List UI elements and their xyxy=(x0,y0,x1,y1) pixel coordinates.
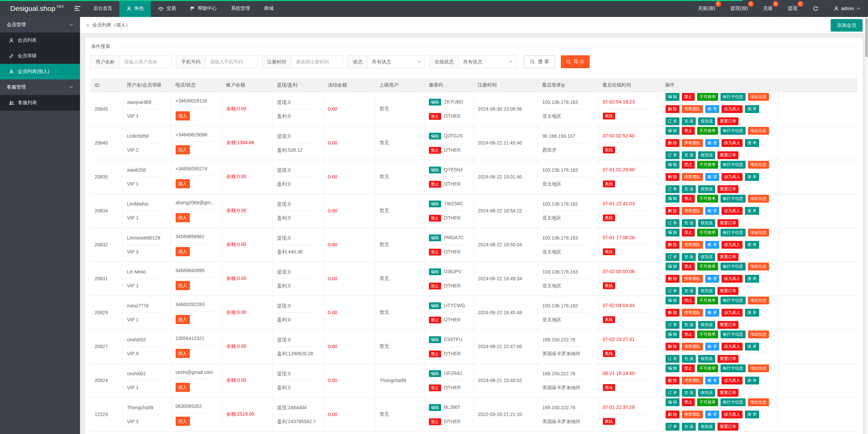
op-view-team-button[interactable]: 查看团队 xyxy=(682,207,703,215)
invite-ban-button[interactable]: 禁止 xyxy=(429,418,441,425)
op-address-info-button[interactable]: 地址信息 xyxy=(748,195,769,203)
op-delete-button[interactable]: 删 除 xyxy=(666,139,679,147)
op-dispatch-order-button[interactable]: 派 单 xyxy=(745,343,759,351)
op-view-team-button[interactable]: 查看团队 xyxy=(682,105,703,113)
nav-item-mall[interactable]: 商城 xyxy=(257,0,281,17)
op-recharge-button[interactable]: 充 值 xyxy=(682,355,696,363)
op-recharge-button[interactable]: 充 值 xyxy=(682,321,696,329)
phone-input[interactable] xyxy=(206,55,257,68)
add-member-button[interactable]: 添加会员 xyxy=(831,19,863,32)
op-address-info-button[interactable]: 地址信息 xyxy=(748,263,769,270)
op-balance-change-button[interactable]: 账 变 xyxy=(705,343,719,351)
op-edit-button[interactable]: 编 辑 xyxy=(666,195,679,203)
invite-edit-button[interactable]: 编辑 xyxy=(429,302,441,309)
op-address-info-button[interactable]: 地址信息 xyxy=(748,364,769,372)
op-edit-button[interactable]: 编 辑 xyxy=(666,364,679,372)
op-reset-order-button[interactable]: 重置订单 xyxy=(717,355,738,363)
op-set-real-user-button[interactable]: 设为真人 xyxy=(722,241,743,249)
op-view-team-button[interactable]: 查看团队 xyxy=(682,173,703,181)
op-balance-change-button[interactable]: 账 变 xyxy=(705,241,719,249)
nav-item-roles[interactable]: 角色 xyxy=(119,0,151,17)
op-bank-card-info-button[interactable]: 银行卡信息 xyxy=(721,398,746,406)
op-edit-button[interactable]: 编 辑 xyxy=(666,127,679,135)
op-recharge-button[interactable]: 充 值 xyxy=(682,423,696,431)
op-reset-order-button[interactable]: 重置订单 xyxy=(717,389,738,397)
op-bank-card-info-button[interactable]: 银行卡信息 xyxy=(721,161,746,169)
op-set-real-user-button[interactable]: 设为真人 xyxy=(722,207,743,215)
nav-recharge[interactable]: 充值 0 xyxy=(755,0,780,17)
op-view-team-button[interactable]: 查看团队 xyxy=(682,377,703,384)
op-set-real-user-button[interactable]: 设为真人 xyxy=(722,343,743,351)
invite-edit-button[interactable]: 编辑 xyxy=(429,167,441,173)
op-no-accept-order-button[interactable]: 不可接单 xyxy=(697,161,718,169)
op-edit-button[interactable]: 编 辑 xyxy=(666,263,679,270)
op-ban-button[interactable]: 禁止 xyxy=(682,331,695,338)
op-balance-change-button[interactable]: 账 变 xyxy=(705,173,719,181)
op-view-team-button[interactable]: 查看团队 xyxy=(682,139,703,147)
op-orders-button[interactable]: 订 单 xyxy=(666,117,679,125)
op-dispatch-order-button[interactable]: 派 单 xyxy=(745,139,759,147)
op-fake-recharge-button[interactable]: 假充值 xyxy=(698,253,715,261)
status-select[interactable]: 所有状态 xyxy=(368,55,425,68)
nav-item-help-center[interactable]: 帮助中心 xyxy=(183,0,224,17)
op-edit-button[interactable]: 编 辑 xyxy=(666,93,679,101)
op-balance-change-button[interactable]: 账 变 xyxy=(705,309,719,317)
invite-edit-button[interactable]: 编辑 xyxy=(429,201,441,207)
op-address-info-button[interactable]: 地址信息 xyxy=(748,161,769,169)
op-address-info-button[interactable]: 地址信息 xyxy=(748,331,769,338)
invite-ban-button[interactable]: 禁止 xyxy=(429,249,441,256)
op-address-info-button[interactable]: 地址信息 xyxy=(748,93,769,101)
op-fake-recharge-button[interactable]: 假充值 xyxy=(698,287,715,295)
op-ban-button[interactable]: 禁止 xyxy=(682,398,695,406)
op-balance-change-button[interactable]: 账 变 xyxy=(705,411,719,418)
op-reset-order-button[interactable]: 重置订单 xyxy=(717,321,738,329)
op-set-real-user-button[interactable]: 设为真人 xyxy=(722,411,743,418)
op-delete-button[interactable]: 删 除 xyxy=(666,377,679,384)
op-reset-order-button[interactable]: 重置订单 xyxy=(717,185,738,193)
op-fake-recharge-button[interactable]: 假充值 xyxy=(698,151,715,159)
sidebar-group-service-management[interactable]: 客服管理 xyxy=(0,79,80,95)
op-bank-card-info-button[interactable]: 银行卡信息 xyxy=(721,331,746,338)
op-delete-button[interactable]: 删 除 xyxy=(666,343,679,351)
op-orders-button[interactable]: 订 单 xyxy=(666,423,679,431)
op-recharge-button[interactable]: 充 值 xyxy=(682,185,696,193)
invite-edit-button[interactable]: 编辑 xyxy=(429,336,441,343)
op-view-team-button[interactable]: 查看团队 xyxy=(682,309,703,317)
op-no-accept-order-button[interactable]: 不可接单 xyxy=(697,229,718,237)
op-no-accept-order-button[interactable]: 不可接单 xyxy=(697,127,718,135)
op-set-real-user-button[interactable]: 设为真人 xyxy=(722,173,743,181)
op-recharge-button[interactable]: 充 值 xyxy=(682,287,696,295)
op-set-real-user-button[interactable]: 设为真人 xyxy=(722,309,743,317)
invite-ban-button[interactable]: 禁止 xyxy=(429,317,441,323)
op-delete-button[interactable]: 删 除 xyxy=(666,241,679,249)
sidebar-item-member-level[interactable]: 会员等级 xyxy=(0,48,80,64)
invite-ban-button[interactable]: 禁止 xyxy=(429,215,441,222)
op-address-info-button[interactable]: 地址信息 xyxy=(748,229,769,237)
invite-ban-button[interactable]: 禁止 xyxy=(429,384,441,391)
op-ban-button[interactable]: 禁止 xyxy=(682,127,695,135)
sidebar-item-member-list[interactable]: 会员列表 xyxy=(0,33,80,48)
nav-withdraw-fake[interactable]: 提现(假) 0 xyxy=(723,0,755,17)
op-set-real-user-button[interactable]: 设为真人 xyxy=(722,139,743,147)
invite-edit-button[interactable]: 编辑 xyxy=(429,370,441,377)
op-orders-button[interactable]: 订 单 xyxy=(666,321,679,329)
op-no-accept-order-button[interactable]: 不可接单 xyxy=(697,297,718,304)
op-bank-card-info-button[interactable]: 银行卡信息 xyxy=(721,195,746,203)
op-delete-button[interactable]: 删 除 xyxy=(666,411,679,418)
op-set-real-user-button[interactable]: 设为真人 xyxy=(722,105,743,113)
op-ban-button[interactable]: 禁止 xyxy=(682,161,695,169)
op-fake-recharge-button[interactable]: 假充值 xyxy=(698,321,715,329)
op-view-team-button[interactable]: 查看团队 xyxy=(682,411,703,418)
op-bank-card-info-button[interactable]: 银行卡信息 xyxy=(721,297,746,304)
op-reset-order-button[interactable]: 重置订单 xyxy=(717,287,738,295)
op-dispatch-order-button[interactable]: 派 单 xyxy=(745,411,759,418)
invite-ban-button[interactable]: 禁止 xyxy=(429,181,441,188)
page-scrollbar[interactable] xyxy=(865,17,868,434)
op-edit-button[interactable]: 编 辑 xyxy=(666,297,679,304)
op-bank-card-info-button[interactable]: 银行卡信息 xyxy=(721,229,746,237)
nav-recharge-fake[interactable]: 充值(假) 0 xyxy=(690,0,723,17)
op-reset-order-button[interactable]: 重置订单 xyxy=(717,253,738,261)
op-dispatch-order-button[interactable]: 派 单 xyxy=(745,377,759,384)
op-recharge-button[interactable]: 充 值 xyxy=(682,389,696,397)
op-view-team-button[interactable]: 查看团队 xyxy=(682,275,703,283)
